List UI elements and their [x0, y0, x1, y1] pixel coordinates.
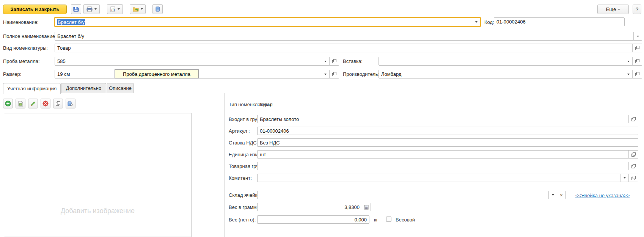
product-group-input[interactable]	[257, 162, 638, 170]
open-icon	[635, 72, 640, 77]
open-icon	[631, 176, 636, 180]
hallmark-label: Проба металла:	[3, 58, 40, 64]
add-image-button[interactable]	[3, 99, 13, 108]
hallmark-input[interactable]: 585	[55, 57, 339, 66]
weight-grams-value: 3,8300	[258, 203, 362, 211]
tab-additional-label: Дополнительно	[66, 85, 102, 91]
manufacturer-open-button[interactable]	[632, 70, 642, 78]
full-name-dropdown-button[interactable]	[633, 32, 642, 40]
delete-image-button[interactable]	[41, 99, 50, 108]
tab-pane-top-border	[1, 93, 643, 93]
consignor-label: Комитент:	[229, 175, 252, 181]
article-input[interactable]: 01-00002406	[257, 127, 638, 135]
full-name-value: Браслет б/у	[55, 32, 633, 40]
weight-net-value: 0,000	[258, 216, 369, 223]
cell-warehouse-value	[258, 191, 548, 199]
delete-icon	[42, 100, 49, 107]
chevron-down-icon	[141, 8, 143, 10]
tab-pane-left-border	[1, 93, 1, 237]
group-input[interactable]: Браслеты золото	[257, 115, 638, 123]
hallmark-open-button[interactable]	[329, 57, 339, 65]
load-button[interactable]	[130, 4, 146, 14]
article-label: Артикул :	[229, 128, 250, 134]
kind-input[interactable]: Товар	[55, 44, 642, 52]
item-image-panel[interactable]: Добавить изображение	[4, 113, 192, 237]
tab-accounting-info[interactable]: Учетная информация	[3, 83, 61, 94]
vat-rate-label: Ставка НДС:	[229, 140, 258, 146]
insert-dropdown-button[interactable]	[624, 57, 632, 65]
kind-value: Товар	[55, 44, 632, 52]
open-icon	[631, 117, 636, 122]
weight-grams-input[interactable]: 3,8300	[257, 203, 371, 211]
item-card-window: Записать и закрыть	[0, 0, 644, 237]
panel-splitter[interactable]	[224, 93, 225, 237]
save-button[interactable]	[71, 4, 81, 14]
unit-input[interactable]: шт	[257, 150, 638, 159]
open-icon	[332, 59, 337, 64]
size-label: Размер:	[3, 71, 21, 77]
insert-open-button[interactable]	[632, 57, 642, 65]
code-input[interactable]: 01-00002406	[494, 17, 625, 26]
consignor-value	[258, 174, 620, 182]
type-value: Товар	[259, 102, 272, 107]
cell-warehouse-clear-button[interactable]: ×	[557, 191, 565, 199]
insert-label: Вставка:	[343, 58, 363, 64]
cell-warehouse-input[interactable]: ×	[257, 191, 566, 199]
cell-warehouse-dropdown-button[interactable]	[548, 191, 557, 199]
edit-image-button[interactable]	[28, 99, 38, 108]
save-icon	[73, 6, 79, 12]
manufacturer-dropdown-button[interactable]	[624, 70, 632, 78]
chevron-down-icon	[552, 194, 554, 196]
code-label: Код:	[484, 19, 494, 25]
card-button[interactable]	[152, 4, 163, 14]
chevron-down-icon	[324, 74, 327, 75]
help-label: ?	[636, 6, 638, 12]
weight-net-input[interactable]: 0,000	[257, 215, 369, 224]
chevron-down-icon	[624, 177, 626, 179]
weighted-checkbox[interactable]	[386, 217, 391, 222]
help-button[interactable]: ?	[633, 5, 641, 14]
name-dropdown-button[interactable]	[472, 18, 480, 26]
chevron-down-icon	[627, 74, 630, 75]
name-label: Наименование:	[3, 19, 39, 25]
kind-open-button[interactable]	[632, 44, 642, 52]
open-icon	[631, 152, 636, 157]
weight-net-label: Вес (нетто):	[229, 217, 256, 223]
weight-grams-calc-button[interactable]	[362, 203, 371, 211]
pick-from-list-button[interactable]	[66, 99, 75, 108]
save-and-close-button[interactable]: Записать и закрыть	[3, 5, 67, 14]
tab-description[interactable]: Описание	[107, 83, 134, 93]
insert-input[interactable]	[379, 57, 642, 66]
unit-open-button[interactable]	[628, 151, 638, 158]
cell-not-specified-link[interactable]: <<Ячейка не указана>>	[575, 193, 630, 198]
hallmark-dropdown-button[interactable]	[321, 57, 329, 65]
hallmark-value: 585	[55, 57, 321, 65]
add-image-placeholder[interactable]: Добавить изображение	[4, 207, 191, 215]
weight-net-unit-label: кг	[374, 217, 378, 223]
article-value: 01-00002406	[258, 127, 638, 135]
open-image-button[interactable]	[53, 99, 63, 108]
manufacturer-input[interactable]: Ломбард	[379, 70, 642, 78]
image-from-file-button[interactable]	[16, 99, 25, 108]
group-open-button[interactable]	[628, 115, 638, 123]
name-value-selected: Браслет б/у	[57, 19, 85, 25]
open-icon	[631, 164, 636, 169]
reports-icon	[110, 6, 116, 12]
size-open-button[interactable]	[329, 70, 339, 78]
print-button[interactable]	[83, 4, 100, 14]
consignor-dropdown-button[interactable]	[620, 174, 628, 182]
load-icon	[133, 6, 139, 12]
full-name-input[interactable]: Браслет б/у	[55, 32, 642, 41]
more-button[interactable]: Еще	[597, 5, 629, 14]
full-name-label: Полное наименование:	[3, 33, 57, 39]
manufacturer-value: Ломбард	[379, 70, 624, 78]
consignor-input[interactable]	[257, 174, 638, 182]
size-dropdown-button[interactable]	[321, 70, 329, 78]
name-input[interactable]: Браслет б/у	[54, 17, 481, 27]
reports-button[interactable]	[107, 4, 123, 14]
tab-additional[interactable]: Дополнительно	[61, 83, 106, 93]
vat-rate-input[interactable]: Без НДС	[257, 138, 638, 147]
consignor-open-button[interactable]	[628, 174, 638, 182]
product-group-open-button[interactable]	[628, 162, 638, 170]
open-icon	[55, 101, 61, 106]
